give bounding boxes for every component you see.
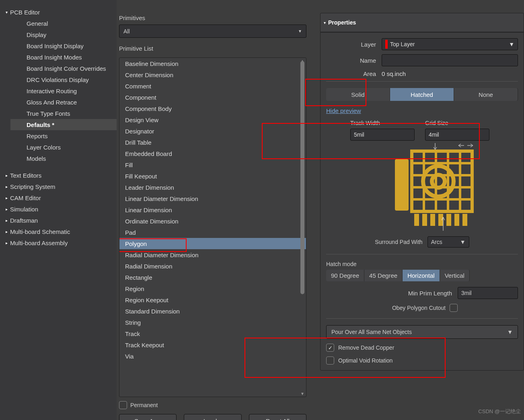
pour-over-dropdown[interactable]: Pour Over All Same Net Objects ▼: [326, 325, 518, 339]
track-width-input[interactable]: 5mil: [350, 129, 415, 141]
primitive-item-baseline-dimension[interactable]: Baseline Dimension: [119, 58, 306, 69]
primitive-item-linear-diameter-dimension[interactable]: Linear Diameter Dimension: [119, 193, 306, 204]
primitive-item-drill-table[interactable]: Drill Table: [119, 137, 306, 148]
chevron-down-icon: ▼: [507, 329, 513, 335]
primitive-item-design-view[interactable]: Design View: [119, 114, 306, 125]
primitive-list: Baseline DimensionCenter DimensionCommen…: [119, 57, 306, 397]
chevron-down-icon: ▼: [298, 29, 302, 33]
remove-dead-copper-label: Remove Dead Copper: [338, 344, 394, 351]
primitive-item-ordinate-dimension[interactable]: Ordinate Dimension: [119, 215, 306, 227]
remove-dead-copper-checkbox[interactable]: [326, 344, 334, 352]
tree-leaf-layer-colors[interactable]: Layer Colors: [10, 141, 117, 153]
tree-label: PCB Editor: [10, 9, 40, 16]
optimal-void-checkbox[interactable]: [326, 356, 334, 365]
svg-rect-17: [454, 214, 459, 226]
optimal-void-label: Optimal Void Rotation: [338, 357, 392, 364]
primitive-item-center-dimension[interactable]: Center Dimension: [119, 69, 306, 80]
primitive-item-leader-dimension[interactable]: Leader Dimension: [119, 182, 306, 193]
layer-dropdown[interactable]: Top Layer ▼: [382, 38, 518, 50]
reset-all-button[interactable]: Reset All: [249, 414, 306, 420]
primitive-item-track[interactable]: Track: [119, 328, 306, 339]
name-input[interactable]: [382, 54, 518, 66]
grid-size-input[interactable]: 4mil: [425, 129, 489, 141]
area-value: 0 sq.inch: [382, 70, 518, 77]
tree-node-draftsman[interactable]: Draftsman: [4, 215, 117, 226]
surround-dropdown[interactable]: Arcs ▼: [427, 236, 469, 248]
permanent-checkbox[interactable]: [119, 401, 127, 409]
primitive-item-track-keepout[interactable]: Track Keepout: [119, 339, 306, 350]
primitive-item-polygon[interactable]: Polygon: [119, 238, 306, 249]
tree-leaf-models[interactable]: Models: [10, 153, 117, 164]
tree-leaf-board-insight-color-overrides[interactable]: Board Insight Color Overrides: [10, 63, 117, 74]
scroll-down-icon[interactable]: ▼: [300, 391, 304, 396]
tree-leaf-defaults-[interactable]: Defaults *: [10, 119, 117, 130]
tree-leaf-interactive-routing[interactable]: Interactive Routing: [10, 85, 117, 96]
pour-value: Pour Over All Same Net Objects: [331, 329, 412, 335]
grid-size-value: 4mil: [429, 131, 439, 138]
hatch-mode-90-degree[interactable]: 90 Degree: [326, 270, 364, 281]
properties-header[interactable]: ▾ Properties: [320, 13, 524, 32]
svg-rect-13: [422, 214, 427, 226]
tree-leaf-reports[interactable]: Reports: [10, 130, 117, 141]
scroll-thumb[interactable]: [300, 61, 304, 294]
hatch-mode-45-degree[interactable]: 45 Degree: [364, 270, 403, 281]
hide-preview-label: Hide preview: [326, 107, 361, 114]
tree-node-multi-board-assembly[interactable]: Multi-board Assembly: [4, 237, 117, 248]
primitive-item-comment[interactable]: Comment: [119, 80, 306, 92]
primitives-value: All: [123, 28, 130, 35]
primitive-item-rectangle[interactable]: Rectangle: [119, 272, 306, 283]
hide-preview-link[interactable]: Hide preview: [326, 107, 361, 114]
primitive-item-fill[interactable]: Fill: [119, 159, 306, 170]
svg-rect-18: [462, 214, 467, 226]
primitive-item-string[interactable]: String: [119, 317, 306, 328]
tree-leaf-display[interactable]: Display: [10, 29, 117, 40]
tree-leaf-board-insight-display[interactable]: Board Insight Display: [10, 40, 117, 51]
fill-mode-tab-hatched[interactable]: Hatched: [390, 88, 454, 101]
primitive-item-standard-dimension[interactable]: Standard Dimension: [119, 305, 306, 317]
tree-node-scripting-system[interactable]: Scripting System: [4, 181, 117, 192]
primitive-item-radial-dimension[interactable]: Radial Dimension: [119, 260, 306, 272]
tree-leaf-drc-violations-display[interactable]: DRC Violations Display: [10, 74, 117, 85]
primitive-item-region-keepout[interactable]: Region Keepout: [119, 294, 306, 305]
primitive-list-label: Primitive List: [119, 45, 306, 52]
chevron-down-icon: ▼: [460, 239, 466, 245]
min-prim-input[interactable]: 3mil: [458, 287, 518, 299]
svg-rect-15: [438, 214, 443, 226]
svg-rect-11: [395, 159, 409, 211]
watermark: CSDN @一记绝尘: [478, 408, 521, 415]
hatch-mode-vertical[interactable]: Vertical: [440, 270, 470, 281]
tree-leaf-general[interactable]: General: [10, 18, 117, 29]
primitive-item-region[interactable]: Region: [119, 283, 306, 294]
track-width-label: Track Width: [350, 120, 415, 126]
hatch-mode-horizontal[interactable]: Horizontal: [403, 270, 440, 281]
min-prim-value: 3mil: [461, 290, 472, 296]
primitive-item-via[interactable]: Via: [119, 350, 306, 362]
primitives-label: Primitives: [119, 14, 306, 21]
hatch-mode-label: Hatch mode: [326, 261, 518, 267]
fill-mode-tab-none[interactable]: None: [454, 88, 518, 101]
tree-leaf-gloss-and-retrace[interactable]: Gloss And Retrace: [10, 96, 117, 108]
name-label: Name: [326, 57, 382, 64]
primitive-item-pad[interactable]: Pad: [119, 227, 306, 238]
tree-node-multi-board-schematic[interactable]: Multi-board Schematic: [4, 226, 117, 237]
primitive-item-linear-dimension[interactable]: Linear Dimension: [119, 204, 306, 215]
primitive-item-component-body[interactable]: Component Body: [119, 103, 306, 114]
primitive-item-component[interactable]: Component: [119, 92, 306, 103]
save-as-button[interactable]: Save As...: [119, 414, 177, 420]
tree-leaf-true-type-fonts[interactable]: True Type Fonts: [10, 108, 117, 119]
primitive-item-fill-keepout[interactable]: Fill Keepout: [119, 170, 306, 182]
tree-leaf-board-insight-modes[interactable]: Board Insight Modes: [10, 51, 117, 63]
tree-node-cam-editor[interactable]: CAM Editor: [4, 192, 117, 203]
tree-node-text-editors[interactable]: Text Editors: [4, 170, 117, 181]
primitive-item-radial-diameter-dimension[interactable]: Radial Diameter Dimension: [119, 249, 306, 260]
fill-mode-tab-solid[interactable]: Solid: [326, 88, 390, 101]
obey-cutout-checkbox[interactable]: [450, 304, 458, 312]
tree-node-pcb-editor[interactable]: PCB Editor: [4, 6, 117, 18]
primitive-item-designator[interactable]: Designator: [119, 125, 306, 137]
tree-node-simulation[interactable]: Simulation: [4, 203, 117, 215]
collapse-icon: ▾: [324, 20, 326, 25]
load-button[interactable]: Load...: [184, 414, 241, 420]
primitives-dropdown[interactable]: All ▼: [119, 25, 306, 38]
primitive-item-embedded-board[interactable]: Embedded Board: [119, 148, 306, 159]
scrollbar[interactable]: [300, 59, 305, 396]
